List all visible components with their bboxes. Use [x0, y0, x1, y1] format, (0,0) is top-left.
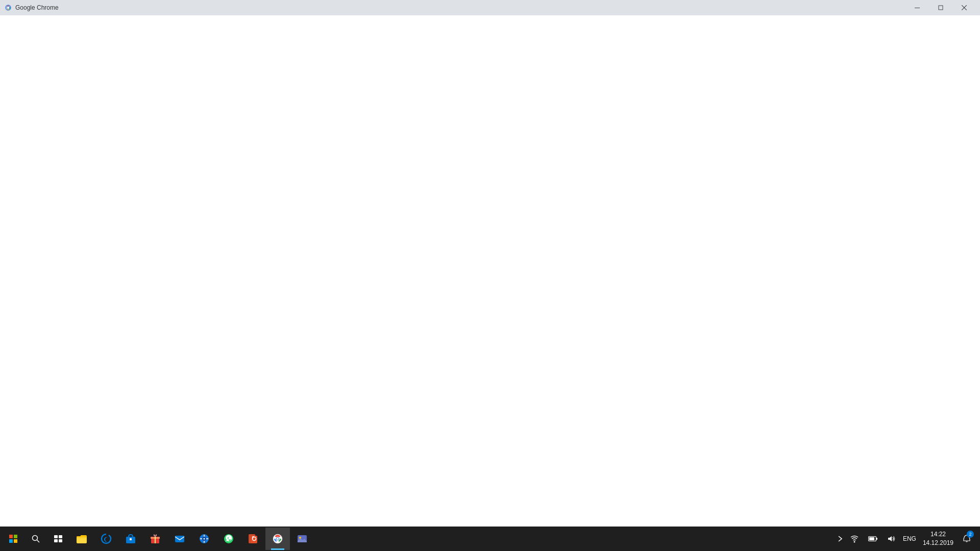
svg-point-36 [277, 538, 279, 540]
svg-line-12 [37, 540, 40, 543]
taskbar-powerpoint[interactable] [241, 528, 265, 550]
notification-badge: 2 [967, 531, 974, 538]
notifications-button[interactable]: 2 [958, 528, 976, 550]
title-bar-title: Google Chrome [15, 4, 59, 11]
taskbar-gift[interactable] [143, 528, 167, 550]
taskbar-photos[interactable] [290, 528, 314, 550]
svg-rect-17 [77, 536, 87, 543]
svg-rect-3 [915, 8, 920, 8]
svg-point-39 [853, 541, 855, 543]
chrome-logo-icon [4, 4, 12, 12]
svg-rect-8 [14, 535, 17, 538]
minimize-button[interactable] [905, 0, 929, 15]
clock-display[interactable]: 14:22 14.12.2019 [919, 528, 958, 550]
taskbar-edge[interactable] [94, 528, 118, 550]
battery-icon[interactable] [864, 528, 882, 550]
title-bar-controls [905, 0, 976, 15]
title-bar: Google Chrome [0, 0, 980, 15]
svg-rect-19 [130, 538, 132, 540]
svg-point-11 [33, 536, 38, 541]
taskbar-whatsapp[interactable] [216, 528, 241, 550]
svg-point-27 [204, 538, 205, 540]
svg-rect-24 [175, 536, 184, 542]
taskbar-chrome[interactable] [265, 528, 290, 550]
task-view-button[interactable] [47, 528, 69, 550]
svg-rect-9 [9, 539, 13, 543]
svg-rect-41 [869, 537, 874, 540]
title-bar-left: Google Chrome [4, 4, 59, 12]
svg-rect-4 [939, 6, 943, 10]
restore-button[interactable] [929, 0, 952, 15]
taskbar-file-explorer[interactable] [69, 528, 94, 550]
svg-rect-10 [14, 539, 17, 543]
svg-rect-13 [54, 535, 58, 538]
close-button[interactable] [952, 0, 976, 15]
taskbar-mail[interactable] [167, 528, 192, 550]
svg-rect-15 [54, 539, 58, 542]
taskbar-store[interactable] [118, 528, 143, 550]
svg-rect-22 [155, 537, 156, 543]
clock-time: 14:22 [930, 530, 946, 539]
start-button[interactable] [2, 528, 24, 550]
svg-point-2 [7, 7, 9, 9]
taskbar: ENG 14:22 14.12.2019 2 [0, 527, 980, 551]
language-indicator[interactable]: ENG [900, 528, 919, 550]
svg-rect-42 [876, 538, 877, 540]
svg-rect-16 [59, 539, 62, 542]
svg-rect-7 [9, 535, 13, 538]
wifi-icon[interactable] [845, 528, 864, 550]
volume-icon[interactable] [882, 528, 900, 550]
browser-content [0, 15, 980, 527]
search-button[interactable] [24, 528, 47, 550]
svg-rect-14 [59, 535, 62, 538]
show-hidden-icons-button[interactable] [835, 528, 845, 550]
system-tray: ENG 14:22 14.12.2019 2 [835, 528, 978, 550]
taskbar-media[interactable] [192, 528, 216, 550]
svg-rect-23 [151, 538, 160, 538]
clock-date: 14.12.2019 [923, 539, 953, 547]
